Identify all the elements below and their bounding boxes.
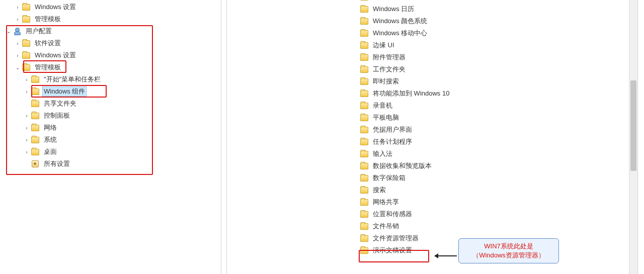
list-item[interactable]: 将功能添加到 Windows 10 bbox=[360, 87, 637, 100]
folder-icon bbox=[31, 76, 39, 83]
tree-item-label: 桌面 bbox=[42, 147, 58, 157]
list-item[interactable]: 数字保险箱 bbox=[360, 172, 637, 184]
chevron-down-icon[interactable]: ⌄ bbox=[5, 28, 12, 35]
tree-item-label: 管理模板 bbox=[33, 14, 62, 24]
tree-item[interactable]: ›所有设置 bbox=[0, 158, 221, 170]
folder-icon bbox=[360, 103, 368, 109]
tree-item[interactable]: ›"开始"菜单和任务栏 bbox=[0, 73, 221, 85]
list-pane: Windows 更新Windows 日历Windows 颜色系统Windows … bbox=[226, 0, 638, 274]
list-item-label: 网络共享 bbox=[371, 197, 400, 207]
list-item-label: Windows 日历 bbox=[371, 4, 416, 14]
chevron-down-icon[interactable]: ⌄ bbox=[14, 64, 21, 71]
tree-item[interactable]: ›网络 bbox=[0, 122, 221, 134]
folder-icon bbox=[31, 101, 39, 107]
annotation-line2: （Windows资源管理器） bbox=[466, 251, 551, 260]
chevron-right-icon[interactable]: › bbox=[14, 52, 21, 59]
chevron-right-icon[interactable]: › bbox=[23, 76, 30, 83]
list-item[interactable]: 工作文件夹 bbox=[360, 63, 637, 75]
list-item[interactable]: Windows 颜色系统 bbox=[360, 15, 637, 27]
chevron-right-icon[interactable]: › bbox=[23, 124, 30, 131]
list-item[interactable]: 录音机 bbox=[360, 100, 637, 112]
folder-icon bbox=[31, 125, 39, 131]
tree-item[interactable]: ⌄管理模板 bbox=[0, 61, 221, 73]
folder-icon bbox=[360, 247, 368, 254]
navigation-tree[interactable]: ›Windows 设置›管理模板⌄用户配置›软件设置›Windows 设置⌄管理… bbox=[0, 0, 221, 172]
list-item[interactable]: 数据收集和预览版本 bbox=[360, 160, 637, 172]
content-list[interactable]: Windows 更新Windows 日历Windows 颜色系统Windows … bbox=[360, 0, 637, 256]
list-item-label: 数字保险箱 bbox=[371, 173, 407, 183]
list-item[interactable]: 网络共享 bbox=[360, 196, 637, 208]
annotation-arrow bbox=[436, 255, 457, 256]
tree-item-label: 网络 bbox=[42, 123, 58, 133]
folder-icon bbox=[31, 88, 39, 95]
folder-icon bbox=[360, 66, 368, 73]
list-item-label: 输入法 bbox=[371, 149, 394, 159]
tree-item[interactable]: ⌄用户配置 bbox=[0, 25, 221, 37]
list-item[interactable]: Windows 移动中心 bbox=[360, 27, 637, 39]
list-item-label: 工作文件夹 bbox=[371, 64, 407, 74]
chevron-right-icon[interactable]: › bbox=[23, 112, 30, 119]
folder-icon bbox=[360, 42, 368, 49]
tree-item[interactable]: ›控制面板 bbox=[0, 110, 221, 122]
folder-icon bbox=[360, 0, 368, 1]
tree-item[interactable]: ›软件设置 bbox=[0, 37, 221, 49]
chevron-right-icon[interactable]: › bbox=[14, 4, 21, 11]
tree-item-label: Windows 设置 bbox=[33, 2, 77, 12]
list-item-label: 搜索 bbox=[371, 185, 387, 195]
folder-icon bbox=[22, 64, 30, 71]
folder-icon bbox=[31, 137, 39, 143]
folder-icon bbox=[31, 149, 39, 155]
list-item-label: 数据收集和预览版本 bbox=[371, 161, 433, 171]
folder-icon bbox=[22, 4, 30, 11]
tree-item-label: Windows 设置 bbox=[33, 50, 77, 60]
folder-icon bbox=[360, 187, 368, 194]
list-item[interactable]: 输入法 bbox=[360, 148, 637, 160]
tree-item-label: 控制面板 bbox=[42, 111, 71, 121]
list-item[interactable]: 任务计划程序 bbox=[360, 136, 637, 148]
folder-icon bbox=[360, 127, 368, 133]
tree-item-label: 共享文件夹 bbox=[42, 99, 78, 109]
folder-icon bbox=[360, 199, 368, 206]
list-item[interactable]: 即时搜索 bbox=[360, 75, 637, 87]
folder-icon bbox=[22, 16, 30, 23]
list-item[interactable]: 位置和传感器 bbox=[360, 208, 637, 220]
list-item-label: 任务计划程序 bbox=[371, 137, 414, 147]
folder-icon bbox=[360, 90, 368, 97]
list-item[interactable]: 搜索 bbox=[360, 184, 637, 196]
list-item[interactable]: 平板电脑 bbox=[360, 112, 637, 124]
chevron-right-icon[interactable]: › bbox=[14, 40, 21, 47]
scrollbar-thumb[interactable] bbox=[630, 80, 636, 171]
tree-item[interactable]: ›Windows 组件 bbox=[0, 85, 221, 98]
list-item[interactable]: 边缘 UI bbox=[360, 39, 637, 51]
tree-item[interactable]: ›共享文件夹 bbox=[0, 98, 221, 110]
list-item[interactable]: 凭据用户界面 bbox=[360, 124, 637, 136]
folder-icon bbox=[31, 113, 39, 119]
list-item[interactable]: Windows 日历 bbox=[360, 3, 637, 15]
tree-item[interactable]: ›Windows 设置 bbox=[0, 1, 221, 13]
tree-item[interactable]: ›系统 bbox=[0, 134, 221, 146]
list-item-label: 平板电脑 bbox=[371, 113, 400, 123]
list-item[interactable]: 附件管理器 bbox=[360, 51, 637, 63]
chevron-right-icon[interactable]: › bbox=[23, 88, 30, 95]
tree-item-label: 系统 bbox=[42, 135, 58, 145]
folder-icon bbox=[22, 52, 30, 59]
chevron-right-icon[interactable]: › bbox=[23, 136, 30, 143]
tree-item[interactable]: ›管理模板 bbox=[0, 13, 221, 25]
tree-item-label: 管理模板 bbox=[33, 62, 62, 72]
tree-item[interactable]: ›桌面 bbox=[0, 146, 221, 158]
folder-icon bbox=[360, 30, 368, 37]
tree-item[interactable]: ›Windows 设置 bbox=[0, 49, 221, 61]
folder-icon bbox=[360, 78, 368, 85]
settings-icon bbox=[31, 160, 39, 168]
tree-item-label: "开始"菜单和任务栏 bbox=[42, 74, 102, 84]
list-item-label: 录音机 bbox=[371, 101, 394, 111]
list-item-label: 即时搜索 bbox=[371, 76, 400, 86]
list-item[interactable]: 文件吊销 bbox=[360, 220, 637, 232]
tree-pane: ›Windows 设置›管理模板⌄用户配置›软件设置›Windows 设置⌄管理… bbox=[0, 0, 221, 274]
chevron-right-icon[interactable]: › bbox=[14, 16, 21, 23]
chevron-right-icon[interactable]: › bbox=[23, 148, 30, 155]
list-item-label: 文件吊销 bbox=[371, 221, 400, 231]
folder-icon bbox=[360, 211, 368, 218]
list-item-label: Windows 移动中心 bbox=[371, 28, 429, 38]
tree-item-label: Windows 组件 bbox=[42, 86, 87, 97]
